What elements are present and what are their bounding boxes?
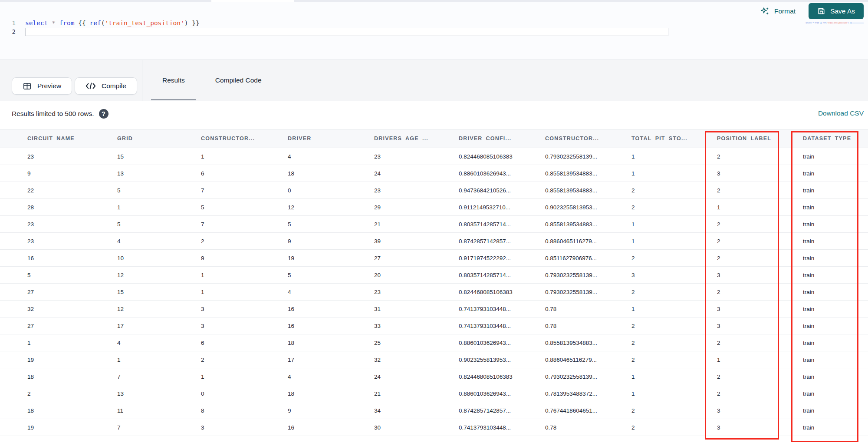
table-cell: 1 (0, 334, 117, 351)
table-cell: 30 (374, 419, 459, 436)
table-cell: 0.7674418604651... (545, 402, 631, 419)
save-as-button-label: Save As (830, 7, 855, 15)
download-csv-link[interactable]: Download CSV (818, 109, 864, 117)
results-tabs: Results Compiled Code (151, 60, 273, 101)
table-row: 2717316330.7413793103448...0.7823train (0, 317, 868, 334)
format-button[interactable]: Format (760, 7, 796, 16)
column-header: GRID (117, 129, 201, 148)
table-cell: train (803, 216, 868, 233)
table-cell: 0.78 (545, 419, 631, 436)
table-cell: 28 (0, 199, 117, 216)
table-header-row: CIRCUIT_NAMEGRIDCONSTRUCTOR...DRIVERDRIV… (0, 129, 868, 148)
table-cell: 2 (631, 419, 717, 436)
table-cell: 18 (288, 334, 374, 351)
table-cell: 0.824468085106383 (459, 368, 545, 385)
table-row: 231514230.8244680851063830.7930232558139… (0, 148, 868, 165)
table-grid-icon (23, 82, 32, 91)
table-cell: 32 (0, 301, 117, 317)
column-header: DRIVERS_AGE_... (374, 129, 459, 148)
table-cell: 23 (374, 148, 459, 165)
table-cell: train (803, 165, 868, 182)
table-cell: 2 (717, 216, 803, 233)
table-cell: 0.8035714285714... (459, 267, 545, 284)
table-cell: 23 (0, 233, 117, 250)
column-header: CONSTRUCTOR... (545, 129, 631, 148)
table-cell: 5 (117, 182, 201, 199)
table-cell: 1 (117, 351, 201, 368)
table-cell: 23 (374, 284, 459, 301)
code-line-1-text: select * from {{ ref('train_test_positio… (25, 19, 200, 27)
table-cell: 0.7930232558139... (545, 368, 631, 385)
table-cell: 2 (717, 334, 803, 351)
row-limit-notice: Results limited to 500 rows. ? (12, 109, 108, 119)
table-cell: 19 (0, 351, 117, 368)
table-cell: 4 (288, 368, 374, 385)
format-button-label: Format (774, 7, 796, 15)
table-cell: 9 (201, 250, 288, 267)
table-cell: train (803, 402, 868, 419)
tab-results[interactable]: Results (151, 60, 196, 101)
table-cell: train (803, 182, 868, 199)
table-cell: 12 (117, 267, 201, 284)
table-cell: train (803, 419, 868, 436)
table-cell: 0.9473684210526... (459, 182, 545, 199)
row-limit-text: Results limited to 500 rows. (12, 110, 94, 118)
table-cell: 1 (201, 284, 288, 301)
table-cell: 0.8860103626943... (459, 385, 545, 402)
code-line-2[interactable]: 2 (0, 27, 868, 36)
table-cell: 4 (117, 334, 201, 351)
results-info-bar: Results limited to 500 rows. ? Download … (0, 101, 868, 129)
toolbar-divider (142, 60, 142, 101)
active-line-cursor-box[interactable] (25, 28, 668, 36)
table-cell: 0.9112149532710... (459, 199, 545, 216)
save-as-button[interactable]: Save As (809, 3, 864, 19)
code-icon (85, 82, 96, 90)
table-cell: 0.9023255813953... (545, 199, 631, 216)
sql-editor-pane[interactable]: Format Save As 1 select * from {{ ref('t… (0, 2, 868, 60)
table-cell: 1 (201, 267, 288, 284)
tab-compiled-code[interactable]: Compiled Code (204, 60, 273, 101)
table-cell: 21 (374, 216, 459, 233)
table-cell: 29 (374, 199, 459, 216)
table-cell: 7 (117, 368, 201, 385)
preview-button[interactable]: Preview (12, 77, 72, 95)
table-cell: 4 (288, 284, 374, 301)
column-header: TOTAL_PIT_STO... (631, 129, 717, 148)
column-header: DRIVER (288, 129, 374, 148)
help-icon[interactable]: ? (99, 109, 108, 119)
column-header: CIRCUIT_NAME (0, 129, 117, 148)
table-cell: 18 (288, 385, 374, 402)
table-cell: 1 (201, 148, 288, 165)
table-cell: 11 (117, 402, 201, 419)
table-cell: 27 (0, 317, 117, 334)
table-row: 1610919270.9171974522292...0.85116279069… (0, 250, 868, 267)
table-cell: 0.8860103626943... (459, 165, 545, 182)
table-cell: 0.8558139534883... (545, 165, 631, 182)
table-cell: 0.824468085106383 (459, 284, 545, 301)
table-cell: 0 (201, 385, 288, 402)
table-cell: 1 (201, 368, 288, 385)
table-cell: 0.7413793103448... (459, 301, 545, 317)
table-cell: 0.7813953488372... (545, 385, 631, 402)
table-cell: 2 (717, 368, 803, 385)
table-cell: 2 (631, 199, 717, 216)
code-line-1[interactable]: 1 select * from {{ ref('train_test_posit… (0, 19, 868, 27)
table-cell: 18 (0, 368, 117, 385)
table-cell: 21 (374, 385, 459, 402)
table-cell: 0.8558139534883... (545, 182, 631, 199)
table-row: 913618240.8860103626943...0.855813953488… (0, 165, 868, 182)
table-cell: 2 (631, 284, 717, 301)
compile-button[interactable]: Compile (75, 77, 137, 95)
column-header: DATASET_TYPE (803, 129, 868, 148)
table-cell: 25 (374, 334, 459, 351)
table-cell: 6 (201, 165, 288, 182)
table-cell: train (803, 284, 868, 301)
code-area[interactable]: 1 select * from {{ ref('train_test_posit… (0, 19, 868, 36)
table-cell: 16 (288, 317, 374, 334)
table-row: 23575210.8035714285714...0.8558139534883… (0, 216, 868, 233)
table-cell: 16 (288, 301, 374, 317)
table-cell: 7 (117, 419, 201, 436)
table-cell: 13 (117, 385, 201, 402)
table-cell: 23 (0, 148, 117, 165)
minimap-underline (852, 23, 864, 23)
